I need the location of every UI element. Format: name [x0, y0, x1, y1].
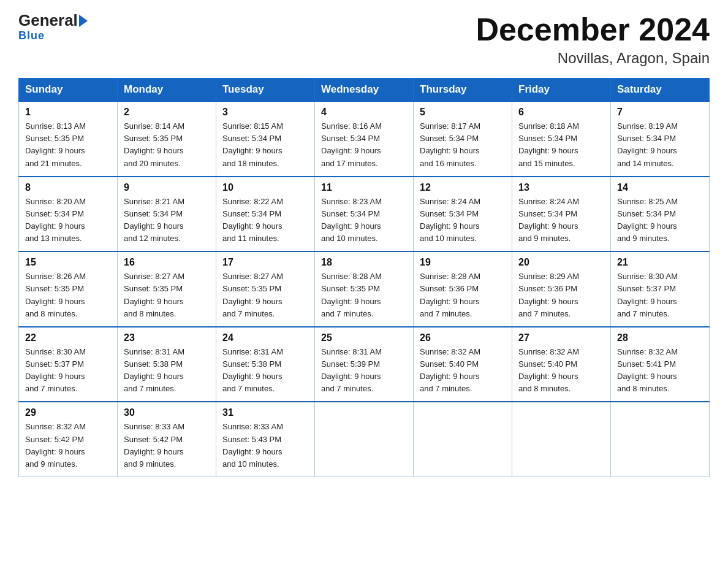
day-number: 23	[124, 332, 210, 343]
calendar-cell: 16 Sunrise: 8:27 AMSunset: 5:35 PMDaylig…	[118, 251, 216, 327]
calendar-cell: 30 Sunrise: 8:33 AMSunset: 5:42 PMDaylig…	[118, 402, 216, 477]
day-number: 31	[222, 407, 308, 418]
calendar-cell: 28 Sunrise: 8:32 AMSunset: 5:41 PMDaylig…	[611, 327, 710, 402]
logo-general: General	[18, 12, 78, 28]
logo-arrow-icon	[79, 15, 88, 27]
day-info: Sunrise: 8:22 AMSunset: 5:34 PMDaylight:…	[222, 197, 283, 243]
day-number: 30	[124, 407, 210, 418]
calendar-cell: 10 Sunrise: 8:22 AMSunset: 5:34 PMDaylig…	[216, 177, 315, 252]
calendar-cell: 4 Sunrise: 8:16 AMSunset: 5:34 PMDayligh…	[315, 101, 414, 177]
logo: General Blue	[18, 12, 88, 42]
day-info: Sunrise: 8:15 AMSunset: 5:34 PMDaylight:…	[222, 121, 283, 167]
calendar-cell: 1 Sunrise: 8:13 AMSunset: 5:35 PMDayligh…	[19, 101, 118, 177]
day-number: 15	[25, 257, 111, 268]
day-number: 10	[222, 182, 308, 193]
day-info: Sunrise: 8:28 AMSunset: 5:36 PMDaylight:…	[420, 272, 480, 318]
calendar-cell: 24 Sunrise: 8:31 AMSunset: 5:38 PMDaylig…	[216, 327, 315, 402]
day-number: 3	[222, 107, 308, 118]
day-number: 16	[124, 257, 210, 268]
day-info: Sunrise: 8:20 AMSunset: 5:34 PMDaylight:…	[25, 197, 86, 243]
day-info: Sunrise: 8:19 AMSunset: 5:34 PMDaylight:…	[617, 121, 678, 167]
calendar-cell: 9 Sunrise: 8:21 AMSunset: 5:34 PMDayligh…	[118, 177, 216, 252]
calendar-cell: 12 Sunrise: 8:24 AMSunset: 5:34 PMDaylig…	[414, 177, 512, 252]
day-number: 26	[420, 332, 506, 343]
location-text: Novillas, Aragon, Spain	[476, 50, 710, 67]
calendar-header-row: SundayMondayTuesdayWednesdayThursdayFrid…	[19, 79, 710, 102]
day-info: Sunrise: 8:33 AMSunset: 5:42 PMDaylight:…	[124, 422, 184, 468]
calendar-cell: 31 Sunrise: 8:33 AMSunset: 5:43 PMDaylig…	[216, 402, 315, 477]
calendar-cell: 20 Sunrise: 8:29 AMSunset: 5:36 PMDaylig…	[512, 251, 611, 327]
calendar-cell: 17 Sunrise: 8:27 AMSunset: 5:35 PMDaylig…	[216, 251, 315, 327]
calendar-cell: 25 Sunrise: 8:31 AMSunset: 5:39 PMDaylig…	[315, 327, 414, 402]
calendar-cell: 6 Sunrise: 8:18 AMSunset: 5:34 PMDayligh…	[512, 101, 611, 177]
day-number: 22	[25, 332, 111, 343]
col-header-saturday: Saturday	[611, 79, 710, 102]
day-number: 2	[124, 107, 210, 118]
calendar-cell: 11 Sunrise: 8:23 AMSunset: 5:34 PMDaylig…	[315, 177, 414, 252]
calendar-cell: 26 Sunrise: 8:32 AMSunset: 5:40 PMDaylig…	[414, 327, 512, 402]
page-header: General Blue December 2024 Novillas, Ara…	[18, 12, 710, 67]
calendar-week-row: 8 Sunrise: 8:20 AMSunset: 5:34 PMDayligh…	[19, 177, 710, 252]
day-info: Sunrise: 8:26 AMSunset: 5:35 PMDaylight:…	[25, 272, 86, 318]
col-header-thursday: Thursday	[414, 79, 512, 102]
day-info: Sunrise: 8:24 AMSunset: 5:34 PMDaylight:…	[518, 197, 579, 243]
day-info: Sunrise: 8:14 AMSunset: 5:35 PMDaylight:…	[124, 121, 184, 167]
day-number: 14	[617, 182, 703, 193]
calendar-cell: 18 Sunrise: 8:28 AMSunset: 5:35 PMDaylig…	[315, 251, 414, 327]
calendar-cell: 3 Sunrise: 8:15 AMSunset: 5:34 PMDayligh…	[216, 101, 315, 177]
day-info: Sunrise: 8:31 AMSunset: 5:39 PMDaylight:…	[321, 347, 382, 393]
day-number: 11	[321, 182, 407, 193]
calendar-week-row: 15 Sunrise: 8:26 AMSunset: 5:35 PMDaylig…	[19, 251, 710, 327]
day-info: Sunrise: 8:30 AMSunset: 5:37 PMDaylight:…	[25, 347, 86, 393]
day-info: Sunrise: 8:18 AMSunset: 5:34 PMDaylight:…	[518, 121, 579, 167]
calendar-cell	[512, 402, 611, 477]
day-info: Sunrise: 8:23 AMSunset: 5:34 PMDaylight:…	[321, 197, 382, 243]
calendar-week-row: 22 Sunrise: 8:30 AMSunset: 5:37 PMDaylig…	[19, 327, 710, 402]
day-info: Sunrise: 8:27 AMSunset: 5:35 PMDaylight:…	[124, 272, 184, 318]
calendar-cell: 2 Sunrise: 8:14 AMSunset: 5:35 PMDayligh…	[118, 101, 216, 177]
col-header-tuesday: Tuesday	[216, 79, 315, 102]
day-number: 18	[321, 257, 407, 268]
day-info: Sunrise: 8:21 AMSunset: 5:34 PMDaylight:…	[124, 197, 184, 243]
col-header-wednesday: Wednesday	[315, 79, 414, 102]
day-info: Sunrise: 8:31 AMSunset: 5:38 PMDaylight:…	[124, 347, 184, 393]
day-number: 7	[617, 107, 703, 118]
day-number: 8	[25, 182, 111, 193]
calendar-cell	[414, 402, 512, 477]
day-info: Sunrise: 8:32 AMSunset: 5:40 PMDaylight:…	[518, 347, 579, 393]
title-section: December 2024 Novillas, Aragon, Spain	[476, 12, 710, 67]
day-info: Sunrise: 8:17 AMSunset: 5:34 PMDaylight:…	[420, 121, 480, 167]
calendar-cell: 23 Sunrise: 8:31 AMSunset: 5:38 PMDaylig…	[118, 327, 216, 402]
calendar-cell: 29 Sunrise: 8:32 AMSunset: 5:42 PMDaylig…	[19, 402, 118, 477]
calendar-cell: 15 Sunrise: 8:26 AMSunset: 5:35 PMDaylig…	[19, 251, 118, 327]
day-number: 9	[124, 182, 210, 193]
day-number: 24	[222, 332, 308, 343]
day-info: Sunrise: 8:32 AMSunset: 5:42 PMDaylight:…	[25, 422, 86, 468]
calendar-week-row: 1 Sunrise: 8:13 AMSunset: 5:35 PMDayligh…	[19, 101, 710, 177]
calendar-cell: 27 Sunrise: 8:32 AMSunset: 5:40 PMDaylig…	[512, 327, 611, 402]
calendar-week-row: 29 Sunrise: 8:32 AMSunset: 5:42 PMDaylig…	[19, 402, 710, 477]
day-info: Sunrise: 8:29 AMSunset: 5:36 PMDaylight:…	[518, 272, 579, 318]
day-info: Sunrise: 8:25 AMSunset: 5:34 PMDaylight:…	[617, 197, 678, 243]
day-info: Sunrise: 8:28 AMSunset: 5:35 PMDaylight:…	[321, 272, 382, 318]
day-number: 25	[321, 332, 407, 343]
day-number: 28	[617, 332, 703, 343]
day-info: Sunrise: 8:27 AMSunset: 5:35 PMDaylight:…	[222, 272, 283, 318]
calendar-cell: 19 Sunrise: 8:28 AMSunset: 5:36 PMDaylig…	[414, 251, 512, 327]
day-info: Sunrise: 8:31 AMSunset: 5:38 PMDaylight:…	[222, 347, 283, 393]
month-year-title: December 2024	[476, 12, 710, 47]
calendar-cell: 22 Sunrise: 8:30 AMSunset: 5:37 PMDaylig…	[19, 327, 118, 402]
day-number: 1	[25, 107, 111, 118]
day-info: Sunrise: 8:16 AMSunset: 5:34 PMDaylight:…	[321, 121, 382, 167]
day-number: 27	[518, 332, 604, 343]
calendar-cell	[611, 402, 710, 477]
day-number: 17	[222, 257, 308, 268]
day-number: 4	[321, 107, 407, 118]
col-header-sunday: Sunday	[19, 79, 118, 102]
col-header-friday: Friday	[512, 79, 611, 102]
day-number: 21	[617, 257, 703, 268]
calendar-cell: 13 Sunrise: 8:24 AMSunset: 5:34 PMDaylig…	[512, 177, 611, 252]
logo-text: General	[18, 12, 88, 28]
calendar-cell	[315, 402, 414, 477]
day-info: Sunrise: 8:13 AMSunset: 5:35 PMDaylight:…	[25, 121, 86, 167]
